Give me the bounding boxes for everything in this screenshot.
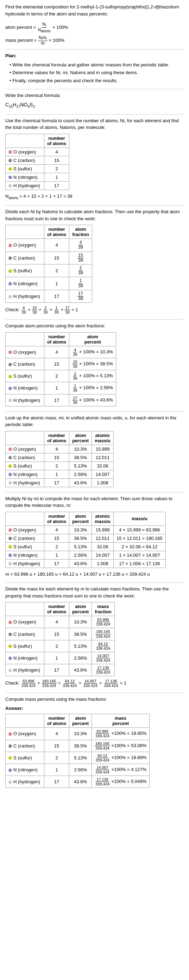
table-row: H (hydrogen) 17 1739 × 100% = 43.6% xyxy=(6,394,116,406)
dot-s xyxy=(8,644,12,648)
table-row: C (carbon) 15 1539 × 100% = 38.5% xyxy=(6,358,116,370)
table-row: N (nitrogen) 1 139 × 100% = 2.56% xyxy=(6,382,116,394)
table-row: C (carbon) 15 1539 xyxy=(6,251,92,264)
table7-title: Compute mass percents using the mass fra… xyxy=(5,696,184,703)
table-row: S (sulfur) 2 239 xyxy=(6,264,92,277)
table7-section: Compute mass percents using the mass fra… xyxy=(5,696,184,788)
plan-item-3: Finally, compute the percents and check … xyxy=(5,77,184,84)
table2: numberof atoms atomfraction O (oxygen) 4… xyxy=(5,225,92,303)
table-row: N (nitrogen) 1 2.56% 14.007339.424 ×100%… xyxy=(6,764,150,776)
dot-s xyxy=(8,269,12,273)
table-row: N (nitrogen) 1 xyxy=(6,173,69,181)
table-row: H (hydrogen) 17 43.6% 1.008 17 × 1.008 =… xyxy=(6,559,166,568)
table-row: C (carbon) 15 38.5% 180.165339.424 ×100%… xyxy=(6,740,150,752)
table6-section: Divide the mass for each element by m to… xyxy=(5,585,184,688)
dot-h xyxy=(8,481,12,485)
dot-o xyxy=(8,528,12,532)
table-row: N (nitrogen) 1 2.56% 14.007339.424 xyxy=(6,652,115,664)
table4: numberof atoms atompercent atomicmass/u … xyxy=(5,431,114,487)
table5-title: Multiply Ni by mi to compute the mass fo… xyxy=(5,495,184,509)
dot-o xyxy=(8,447,12,451)
table-row: N (nitrogen) 1 2.56% 14.007 1 × 14.007 =… xyxy=(6,551,166,559)
table-row: O (oxygen) 4 10.3% 15.999 xyxy=(6,445,114,453)
dot-n xyxy=(8,176,12,179)
dot-c xyxy=(8,633,12,636)
dot-h xyxy=(8,184,12,188)
plan-title: Plan: xyxy=(5,52,184,59)
plan-section: Plan: Write the chemical formula and gat… xyxy=(5,52,184,84)
table5-section: Multiply Ni by mi to compute the mass fo… xyxy=(5,495,184,578)
answer-label: Answer: xyxy=(5,705,184,712)
table-row: O (oxygen) 4 439 xyxy=(6,239,92,251)
table1-col-element xyxy=(6,134,44,148)
table-row: S (sulfur) 2 5.13% 64.12339.424 ×100% = … xyxy=(6,752,150,764)
table-row: O (oxygen) 4 xyxy=(6,148,69,156)
table-row: H (hydrogen) 17 1739 xyxy=(6,290,92,302)
table-row: O (oxygen) 4 10.3% 63.996339.424 ×100% =… xyxy=(6,728,150,740)
table3: numberof atoms atompercent O (oxygen) 4 … xyxy=(5,332,116,406)
table-row: O (oxygen) 4 10.3% 63.996339.424 xyxy=(6,616,115,628)
table3-title: Compute atom percents using the atom fra… xyxy=(5,323,184,329)
table-row: N (nitrogen) 1 139 xyxy=(6,277,92,290)
dot-s xyxy=(8,545,12,549)
table-row: C (carbon) 15 38.5% 12.011 xyxy=(6,453,114,461)
dot-c xyxy=(8,363,12,366)
natoms-sum: Natoms = 4 + 15 + 2 + 1 + 17 = 39 xyxy=(5,193,184,200)
dot-s xyxy=(8,375,12,378)
table-row: S (sulfur) 2 239 × 100% = 5.13% xyxy=(6,370,116,382)
table-row: H (hydrogen) 17 xyxy=(6,181,69,190)
table1: numberof atoms O (oxygen) 4 C (carbon) 1… xyxy=(5,134,69,190)
table4-section: Look up the atomic mass, mi, in unified … xyxy=(5,414,184,487)
table6-check: Check: 63.996339.424 + 180.165339.424 + … xyxy=(5,679,184,688)
table-row: O (oxygen) 4 10.3% 15.999 4 × 15.999 = 6… xyxy=(6,525,166,534)
table-row: H (hydrogen) 17 43.6% 17.136339.424 ×100… xyxy=(6,776,150,788)
dot-n xyxy=(8,387,12,390)
dot-s xyxy=(8,756,12,760)
table-row: H (hydrogen) 17 43.6% 1.008 xyxy=(6,479,114,487)
dot-o xyxy=(8,732,12,736)
atom-percent-formula: atom percent = NiNatoms × 100% xyxy=(5,22,184,33)
dot-o xyxy=(8,244,12,247)
table2-check: Check: 439 + 1539 + 239 + 139 + 1739 = 1 xyxy=(5,305,184,314)
formula-label: Write the chemical formula: xyxy=(5,92,184,99)
dot-h xyxy=(8,295,12,299)
table7: numberof atoms atompercent masspercent O… xyxy=(5,714,150,788)
dot-h xyxy=(8,669,12,672)
table-row: O (oxygen) 4 439 × 100% = 10.3% xyxy=(6,346,116,358)
dot-c xyxy=(8,256,12,260)
table-row: C (carbon) 15 xyxy=(6,156,69,164)
table-row: S (sulfur) 2 5.13% 64.12339.424 xyxy=(6,640,115,652)
dot-o xyxy=(8,350,12,354)
mass-percent-formula: mass percent = Nimim × 100% xyxy=(5,35,184,46)
dot-c xyxy=(8,537,12,540)
table-row: S (sulfur) 2 5.13% 32.06 2 × 32.06 = 64.… xyxy=(6,542,166,551)
plan-item-1: Write the chemical formula and gather at… xyxy=(5,62,184,68)
plan-item-2: Determine values for Ni, mi, Natoms and … xyxy=(5,69,184,76)
dot-h xyxy=(8,562,12,566)
table3-section: Compute atom percents using the atom fra… xyxy=(5,323,184,406)
dot-n xyxy=(8,282,12,286)
table6: numberof atoms atompercent massfraction … xyxy=(5,602,115,676)
dot-n xyxy=(8,768,12,772)
plan-list: Write the chemical formula and gather at… xyxy=(5,62,184,84)
table-row: N (nitrogen) 1 2.56% 14.007 xyxy=(6,470,114,479)
formula-section: Write the chemical formula: C15H17NO4S2 xyxy=(5,92,184,109)
table2-title: Divide each Ni by Natoms to calculate at… xyxy=(5,208,184,222)
dot-o xyxy=(8,620,12,624)
mass-sum: m = 63.996 u + 180.165 u + 64.12 u + 14.… xyxy=(5,571,184,578)
table-row: C (carbon) 15 38.5% 180.165339.424 xyxy=(6,628,115,640)
dot-c xyxy=(8,456,12,460)
table-row: S (sulfur) 2 xyxy=(6,164,69,173)
chemical-formula: C15H17NO4S2 xyxy=(5,101,184,109)
table2-section: Divide each Ni by Natoms to calculate at… xyxy=(5,208,184,314)
table4-title: Look up the atomic mass, mi, in unified … xyxy=(5,414,184,428)
dot-h xyxy=(8,399,12,402)
dot-c xyxy=(8,744,12,748)
dot-o xyxy=(8,150,12,154)
table1-col-atoms: numberof atoms xyxy=(44,134,69,148)
dot-n xyxy=(8,554,12,557)
dot-s xyxy=(8,167,12,171)
table1-title: Use the chemical formula to count the nu… xyxy=(5,117,184,131)
table-row: C (carbon) 15 38.5% 12.011 15 × 12.011 =… xyxy=(6,534,166,542)
table1-section: Use the chemical formula to count the nu… xyxy=(5,117,184,200)
